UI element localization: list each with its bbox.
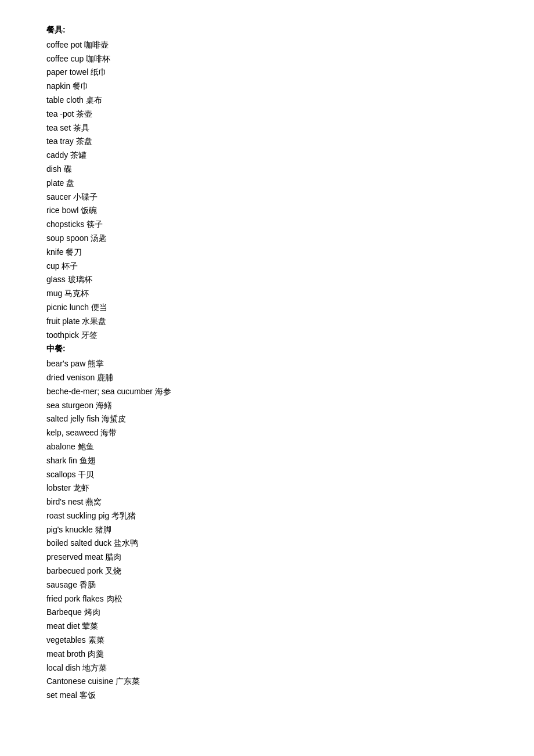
section-header-dining-utensils: 餐具: xyxy=(46,23,488,37)
list-item: glass 玻璃杯 xyxy=(46,273,488,287)
list-item: sausage 香肠 xyxy=(46,578,488,592)
list-item: rice bowl 饭碗 xyxy=(46,204,488,218)
list-item: table cloth 桌布 xyxy=(46,93,488,107)
list-item: vegetables 素菜 xyxy=(46,633,488,647)
list-item: local dish 地方菜 xyxy=(46,661,488,675)
list-item: bear's paw 熊掌 xyxy=(46,357,488,371)
section-header-chinese-food: 中餐: xyxy=(46,342,488,356)
list-item: fried pork flakes 肉松 xyxy=(46,592,488,606)
list-item: pig's knuckle 猪脚 xyxy=(46,523,488,537)
list-item: knife 餐刀 xyxy=(46,246,488,260)
list-item: Cantonese cuisine 广东菜 xyxy=(46,675,488,689)
list-item: salted jelly fish 海蜇皮 xyxy=(46,412,488,426)
list-item: scallops 干贝 xyxy=(46,468,488,482)
list-item: meat diet 荤菜 xyxy=(46,620,488,633)
list-item: tea -pot 茶壶 xyxy=(46,107,488,121)
list-item: beche-de-mer; sea cucumber 海参 xyxy=(46,385,488,399)
list-item: dish 碟 xyxy=(46,163,488,177)
list-item: saucer 小碟子 xyxy=(46,190,488,204)
list-item: abalone 鲍鱼 xyxy=(46,440,488,454)
list-item: mug 马克杯 xyxy=(46,287,488,301)
list-item: bird's nest 燕窝 xyxy=(46,495,488,509)
list-item: barbecued pork 叉烧 xyxy=(46,564,488,578)
list-item: paper towel 纸巾 xyxy=(46,66,488,80)
list-item: dried venison 鹿脯 xyxy=(46,371,488,385)
list-item: coffee cup 咖啡杯 xyxy=(46,52,488,66)
list-item: coffee pot 咖啡壶 xyxy=(46,38,488,52)
main-content: 餐具:coffee pot 咖啡壶coffee cup 咖啡杯paper tow… xyxy=(46,23,488,703)
list-item: napkin 餐巾 xyxy=(46,80,488,93)
list-item: tea tray 茶盘 xyxy=(46,135,488,149)
list-item: fruit plate 水果盘 xyxy=(46,315,488,329)
list-item: shark fin 鱼翅 xyxy=(46,454,488,468)
list-item: cup 杯子 xyxy=(46,260,488,273)
list-item: meat broth 肉羹 xyxy=(46,647,488,661)
list-item: picnic lunch 便当 xyxy=(46,301,488,315)
list-item: chopsticks 筷子 xyxy=(46,218,488,232)
list-item: caddy 茶罐 xyxy=(46,149,488,163)
list-item: kelp, seaweed 海带 xyxy=(46,426,488,440)
list-item: Barbeque 烤肉 xyxy=(46,606,488,620)
list-item: tea set 茶具 xyxy=(46,121,488,135)
list-item: toothpick 牙签 xyxy=(46,329,488,343)
list-item: preserved meat 腊肉 xyxy=(46,550,488,564)
list-item: lobster 龙虾 xyxy=(46,481,488,495)
list-item: set meal 客饭 xyxy=(46,689,488,703)
list-item: sea sturgeon 海鳝 xyxy=(46,399,488,413)
list-item: soup spoon 汤匙 xyxy=(46,232,488,246)
list-item: plate 盘 xyxy=(46,177,488,190)
list-item: roast suckling pig 考乳猪 xyxy=(46,509,488,523)
list-item: boiled salted duck 盐水鸭 xyxy=(46,537,488,550)
